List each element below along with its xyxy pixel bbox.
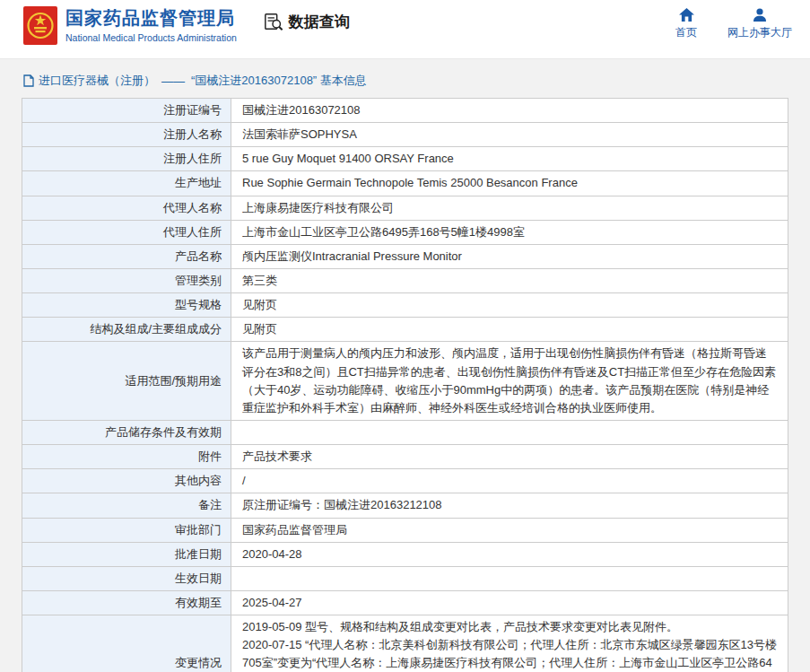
field-value: 上海康易捷医疗科技有限公司 <box>231 196 788 220</box>
field-value: 上海市金山工业区亭卫公路6495弄168号5幢1楼4998室 <box>231 220 788 244</box>
field-label: 结构及组成/主要组成成分 <box>22 318 231 342</box>
field-value: 见附页 <box>231 318 788 342</box>
breadcrumb-separator: —— <box>161 74 185 88</box>
table-row: 其他内容 / <box>22 469 788 493</box>
field-label: 代理人名称 <box>22 196 231 220</box>
person-icon <box>753 8 767 22</box>
table-row: 型号规格 见附页 <box>22 293 788 318</box>
field-value: / <box>231 469 788 493</box>
field-label: 备注 <box>22 493 231 518</box>
table-row: 产品名称 颅内压监测仪Intracranial Pressure Monitor <box>22 244 788 268</box>
field-value: 2025-04-27 <box>231 590 788 615</box>
home-icon <box>679 8 694 22</box>
field-value: 颅内压监测仪Intracranial Pressure Monitor <box>231 244 788 268</box>
header-nav: 首页 网上办事大厅 <box>675 8 792 40</box>
field-label: 注册证编号 <box>22 99 231 123</box>
field-label: 注册人名称 <box>22 123 231 147</box>
section-title: 数据查询 <box>264 12 350 32</box>
field-label: 注册人住所 <box>22 147 231 171</box>
data-query-icon <box>264 13 283 31</box>
table-row: 变更情况 2019-05-09 型号、规格和结构及组成变更对比表，产品技术要求变… <box>22 615 788 672</box>
field-label: 变更情况 <box>22 615 231 672</box>
table-row: 管理类别 第三类 <box>22 268 788 292</box>
table-row: 结构及组成/主要组成成分 见附页 <box>22 318 788 342</box>
field-label: 代理人住所 <box>22 220 231 244</box>
field-value: 产品技术要求 <box>231 445 788 469</box>
table-row: 代理人住所 上海市金山工业区亭卫公路6495弄168号5幢1楼4998室 <box>22 220 788 244</box>
nav-service-hall-label: 网上办事大厅 <box>727 25 792 40</box>
field-label: 适用范围/预期用途 <box>22 342 231 421</box>
table-row: 注册人名称 法国索菲萨SOPHYSA <box>22 123 788 147</box>
table-row: 审批部门 国家药品监督管理局 <box>22 518 788 542</box>
field-label: 其他内容 <box>22 469 231 493</box>
field-value: 国械注进20163072108 <box>231 99 788 123</box>
table-row: 有效期至 2025-04-27 <box>22 590 788 615</box>
field-label: 型号规格 <box>22 293 231 318</box>
field-value: 该产品用于测量病人的颅内压力和波形、颅内温度，适用于出现创伤性脑损伤伴有昏迷（格… <box>231 342 788 421</box>
national-emblem-logo <box>23 6 57 45</box>
field-label: 批准日期 <box>22 542 231 566</box>
field-value: 2020-04-28 <box>231 542 788 566</box>
field-label: 产品名称 <box>22 244 231 268</box>
field-value: 法国索菲萨SOPHYSA <box>231 123 788 147</box>
breadcrumb-page-title: “国械注进20163072108” 基本信息 <box>191 73 367 89</box>
field-value: Rue Sophie Germain Technopole Temis 2500… <box>231 171 788 196</box>
main-content: 进口医疗器械（注册） —— “国械注进20163072108” 基本信息 注册证… <box>0 59 810 672</box>
field-label: 产品储存条件及有效期 <box>22 420 231 444</box>
nav-home-label: 首页 <box>675 25 697 40</box>
field-label: 生效日期 <box>22 566 231 590</box>
table-row: 注册证编号 国械注进20163072108 <box>22 99 788 123</box>
field-value: 原注册证编号：国械注进20163212108 <box>231 493 788 518</box>
field-value: 第三类 <box>231 268 788 292</box>
field-label: 附件 <box>22 445 231 469</box>
table-row: 附件 产品技术要求 <box>22 445 788 469</box>
field-value: 5 rue Guy Moquet 91400 ORSAY France <box>231 147 788 171</box>
field-value: 见附页 <box>231 293 788 318</box>
field-value <box>231 566 788 590</box>
breadcrumb: 进口医疗器械（注册） —— “国械注进20163072108” 基本信息 <box>22 59 788 98</box>
field-value: 国家药品监督管理局 <box>231 518 788 542</box>
field-label: 有效期至 <box>22 590 231 615</box>
table-row: 适用范围/预期用途 该产品用于测量病人的颅内压力和波形、颅内温度，适用于出现创伤… <box>22 342 788 421</box>
table-row: 生效日期 <box>22 566 788 590</box>
field-label: 生产地址 <box>22 171 231 196</box>
field-value: 2019-05-09 型号、规格和结构及组成变更对比表，产品技术要求变更对比表见… <box>231 615 788 672</box>
field-label: 管理类别 <box>22 268 231 292</box>
table-row: 代理人名称 上海康易捷医疗科技有限公司 <box>22 196 788 220</box>
table-row: 注册人住所 5 rue Guy Moquet 91400 ORSAY Franc… <box>22 147 788 171</box>
table-row: 批准日期 2020-04-28 <box>22 542 788 566</box>
org-name-block: 国家药品监督管理局 National Medical Products Admi… <box>65 5 237 43</box>
site-header: 国家药品监督管理局 National Medical Products Admi… <box>0 0 810 59</box>
field-label: 审批部门 <box>22 518 231 542</box>
table-row: 生产地址 Rue Sophie Germain Technopole Temis… <box>22 171 788 196</box>
table-row: 备注 原注册证编号：国械注进20163212108 <box>22 493 788 518</box>
document-icon <box>23 74 34 87</box>
org-name-en: National Medical Products Administration <box>65 32 237 43</box>
org-name-cn: 国家药品监督管理局 <box>65 7 237 29</box>
nav-service-hall-link[interactable]: 网上办事大厅 <box>727 8 792 40</box>
registration-info-table: 注册证编号 国械注进20163072108 注册人名称 法国索菲萨SOPHYSA… <box>22 98 788 672</box>
field-value <box>231 420 788 444</box>
table-row: 产品储存条件及有效期 <box>22 420 788 444</box>
nav-home-link[interactable]: 首页 <box>675 8 697 40</box>
breadcrumb-category-link[interactable]: 进口医疗器械（注册） <box>39 73 155 89</box>
section-title-label: 数据查询 <box>289 12 350 32</box>
